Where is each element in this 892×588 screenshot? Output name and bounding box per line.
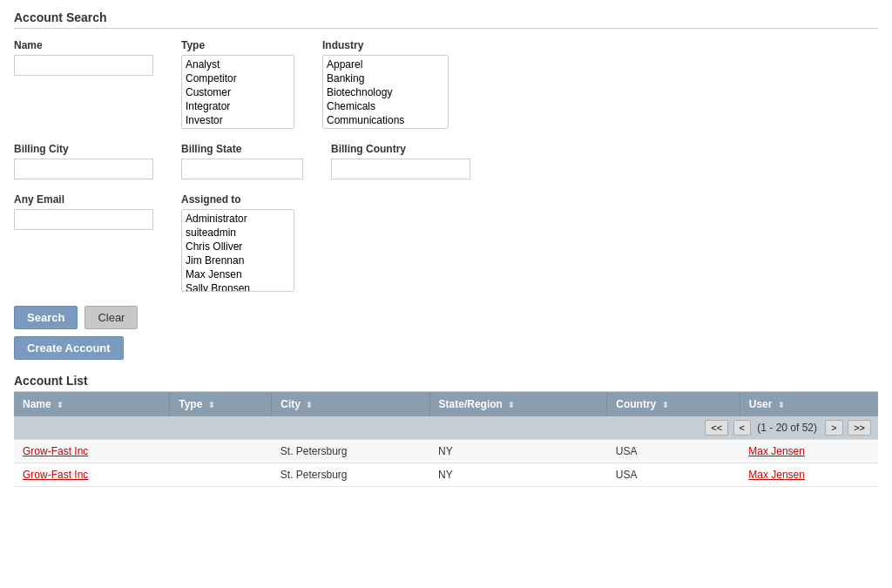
- billing-city-label: Billing City: [14, 143, 153, 155]
- pagination-prev-button[interactable]: <: [733, 420, 751, 436]
- any-email-group: Any Email: [14, 193, 153, 230]
- col-name-label: Name: [23, 398, 51, 410]
- col-country-label: Country: [616, 398, 656, 410]
- pagination-last-button[interactable]: >>: [848, 420, 871, 436]
- billing-city-input[interactable]: [14, 159, 153, 179]
- form-row-3: Any Email Assigned to Administratorsuite…: [14, 193, 878, 292]
- any-email-label: Any Email: [14, 193, 153, 206]
- cell-user: Max Jensen: [740, 463, 878, 487]
- name-label: Name: [14, 39, 153, 51]
- cell-state-region: NY: [429, 440, 607, 463]
- account-list-section: Account List Name ⇕ Type ⇕ City ⇕ State/…: [14, 374, 878, 487]
- cell-user: Max Jensen: [740, 440, 878, 463]
- cell-name: Grow-Fast Inc: [14, 463, 170, 487]
- col-user[interactable]: User ⇕: [740, 392, 878, 416]
- name-group: Name: [14, 39, 153, 76]
- pagination-row: << < (1 - 20 of 52) > >>: [14, 416, 878, 440]
- col-user-sort-icon[interactable]: ⇕: [778, 401, 785, 409]
- col-city-sort-icon[interactable]: ⇕: [306, 401, 313, 409]
- type-listbox[interactable]: AnalystCompetitorCustomerIntegratorInves…: [181, 55, 294, 129]
- pagination-cell: << < (1 - 20 of 52) > >>: [14, 416, 878, 440]
- billing-state-label: Billing State: [181, 143, 303, 155]
- col-city[interactable]: City ⇕: [272, 392, 429, 416]
- billing-state-group: Billing State: [181, 143, 303, 179]
- create-account-button[interactable]: Create Account: [14, 336, 124, 360]
- col-name-sort-icon[interactable]: ⇕: [57, 401, 64, 409]
- buttons-row: Search Clear: [14, 306, 878, 329]
- industry-listbox[interactable]: ApparelBankingBiotechnologyChemicalsComm…: [322, 55, 449, 129]
- col-type-label: Type: [179, 398, 202, 410]
- cell-type: [170, 440, 272, 463]
- cell-name: Grow-Fast Inc: [14, 440, 170, 463]
- col-user-label: User: [749, 398, 773, 410]
- pagination-first-button[interactable]: <<: [705, 420, 728, 436]
- billing-country-label: Billing Country: [331, 143, 470, 155]
- col-country-sort-icon[interactable]: ⇕: [662, 401, 669, 409]
- cell-country: USA: [607, 463, 740, 487]
- create-account-row: Create Account: [14, 336, 878, 360]
- table-body: << < (1 - 20 of 52) > >> Grow-Fast Inc S…: [14, 416, 878, 487]
- cell-city: St. Petersburg: [272, 463, 429, 487]
- col-state-sort-icon[interactable]: ⇕: [508, 401, 515, 409]
- assigned-to-label: Assigned to: [181, 193, 294, 206]
- pagination-info: (1 - 20 of 52): [757, 422, 817, 434]
- account-list-title: Account List: [14, 374, 878, 392]
- account-search-section: Account Search Name Type AnalystCompetit…: [14, 10, 878, 360]
- industry-label: Industry: [322, 39, 449, 51]
- account-table: Name ⇕ Type ⇕ City ⇕ State/Region ⇕ Coun…: [14, 392, 878, 487]
- form-row-2: Billing City Billing State Billing Count…: [14, 143, 878, 179]
- account-name-link[interactable]: Grow-Fast Inc: [23, 469, 88, 481]
- billing-country-input[interactable]: [331, 159, 470, 179]
- cell-city: St. Petersburg: [272, 440, 429, 463]
- col-type[interactable]: Type ⇕: [170, 392, 272, 416]
- user-link[interactable]: Max Jensen: [748, 469, 805, 481]
- user-link[interactable]: Max Jensen: [748, 445, 805, 457]
- col-name[interactable]: Name ⇕: [14, 392, 170, 416]
- col-country[interactable]: Country ⇕: [607, 392, 740, 416]
- search-button[interactable]: Search: [14, 306, 78, 329]
- cell-type: [170, 463, 272, 487]
- table-row: Grow-Fast Inc St. Petersburg NY USA Max …: [14, 440, 878, 463]
- account-name-link[interactable]: Grow-Fast Inc: [23, 445, 88, 457]
- table-row: Grow-Fast Inc St. Petersburg NY USA Max …: [14, 463, 878, 487]
- cell-state-region: NY: [429, 463, 607, 487]
- account-search-title: Account Search: [14, 10, 878, 29]
- col-state-region-label: State/Region: [439, 398, 503, 410]
- search-form: Name Type AnalystCompetitorCustomerInteg…: [14, 39, 878, 360]
- col-state-region[interactable]: State/Region ⇕: [429, 392, 607, 416]
- any-email-input[interactable]: [14, 209, 153, 230]
- assigned-to-listbox[interactable]: AdministratorsuiteadminChris OlliverJim …: [181, 209, 294, 292]
- cell-country: USA: [607, 440, 740, 463]
- assigned-to-group: Assigned to AdministratorsuiteadminChris…: [181, 193, 294, 292]
- pagination-next-button[interactable]: >: [825, 420, 842, 436]
- col-city-label: City: [280, 398, 301, 410]
- form-row-1: Name Type AnalystCompetitorCustomerInteg…: [14, 39, 878, 129]
- billing-state-input[interactable]: [181, 159, 303, 179]
- name-input[interactable]: [14, 55, 153, 76]
- col-type-sort-icon[interactable]: ⇕: [208, 401, 215, 409]
- billing-city-group: Billing City: [14, 143, 153, 179]
- billing-country-group: Billing Country: [331, 143, 470, 179]
- table-header-row: Name ⇕ Type ⇕ City ⇕ State/Region ⇕ Coun…: [14, 392, 878, 416]
- clear-button[interactable]: Clear: [84, 306, 138, 329]
- industry-group: Industry ApparelBankingBiotechnologyChem…: [322, 39, 449, 129]
- type-group: Type AnalystCompetitorCustomerIntegrator…: [181, 39, 294, 129]
- type-label: Type: [181, 39, 294, 51]
